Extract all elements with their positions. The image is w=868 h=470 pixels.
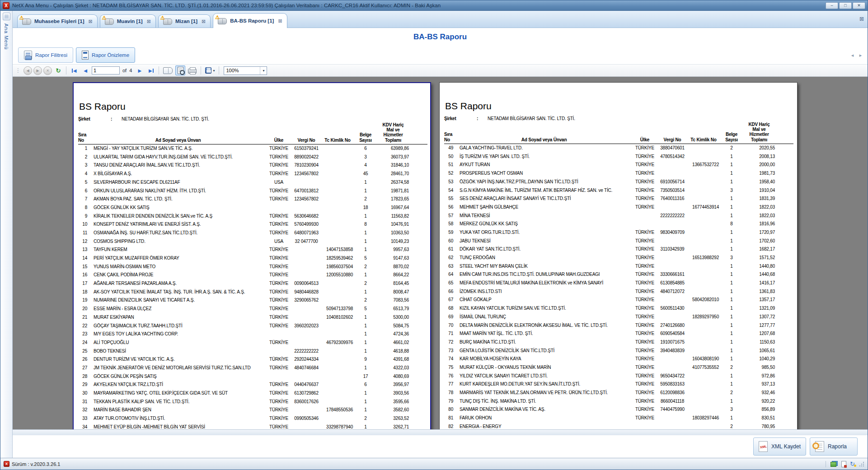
minimize-button[interactable]: – (826, 2, 838, 9)
column-header-no: Sıra No (444, 121, 456, 144)
page-number-input[interactable] (92, 66, 120, 74)
cell-tc (687, 228, 720, 237)
tab-close-icon[interactable]: ⊠ (147, 19, 151, 24)
document-status-icon[interactable] (841, 461, 846, 467)
table-row: 67CİHAT GÖKALPTÜRKİYE5804208201011357,17 (444, 296, 793, 304)
cell-name: MAYRAMARKETING YATÇ. OTEL EKİP.İÇECEK GI… (90, 389, 266, 397)
netx-logo-icon: X (3, 2, 9, 9)
cell-belge: 1 (720, 211, 743, 220)
toolbar-grip[interactable]: ⋮ (15, 67, 21, 74)
tab-close-icon[interactable]: ⊠ (89, 19, 93, 24)
cell-country: TÜRKİYE (632, 253, 657, 262)
cell-no: 57 (444, 211, 456, 220)
cell-sp (775, 329, 793, 338)
cell-total: 3263,52 (377, 414, 409, 423)
windows-cascade-icon[interactable] (830, 461, 838, 467)
cell-vergi (657, 237, 687, 245)
cell-tc (321, 212, 354, 220)
cell-belge: 1 (720, 304, 743, 312)
zoom-select[interactable]: 100% ▾ (224, 66, 267, 75)
raporla-button[interactable]: Raporla (810, 437, 858, 456)
cell-total: 1065,61 (743, 346, 775, 355)
cell-name: X BİLGİSAYAR A.Ş. (90, 169, 266, 178)
cell-country: TÜRKİYE (632, 161, 657, 169)
preview-document-icon (82, 51, 89, 60)
cell-country: TÜRKİYE (632, 245, 657, 254)
cell-name: BURÇ MAKİNA TİC.LTD.ŞTİ. (456, 338, 632, 346)
report-page-right[interactable]: BS Raporu Şirket : NETADAM BİLGİSAYAR SA… (439, 82, 798, 435)
last-page-button[interactable]: ▶ (146, 65, 156, 75)
stop-button[interactable]: ✕ (43, 66, 52, 75)
cell-total: 1440,68 (743, 270, 775, 279)
cell-country: TÜRKİYE (266, 279, 291, 288)
cell-tc (687, 177, 720, 186)
cell-vergi (291, 313, 321, 321)
cell-vergi: 1910071675 (657, 338, 687, 346)
print-button[interactable] (187, 65, 198, 75)
refresh-button[interactable]: ↻ (53, 65, 63, 75)
resize-grip[interactable] (859, 461, 864, 467)
scroll-left-button[interactable]: ◂ (849, 52, 856, 59)
cell-vergi (291, 178, 321, 186)
print-preview-button[interactable] (175, 65, 185, 75)
report-title: BS Raporu (79, 101, 426, 112)
report-page-left[interactable]: BS Raporu Şirket : NETADAM BİLGİSAYAR SA… (73, 82, 431, 435)
cell-total: 1150,63 (743, 338, 775, 346)
cell-belge: 2 (354, 414, 377, 423)
cell-name: YUNUS MARİN-OSMAN METO (90, 262, 266, 271)
tab-close-icon[interactable]: ⊠ (202, 19, 206, 24)
cell-vergi: 3110342939 (657, 245, 687, 254)
export-save-button[interactable]: ▾ (204, 65, 216, 75)
subtab-rapor-filitresi[interactable]: Rapor Filitresi (18, 47, 73, 63)
sync-gear-icon[interactable]: ↻ (850, 461, 855, 467)
cell-belge: 1 (720, 161, 743, 169)
status-tray: ↻ (826, 461, 864, 467)
back-button[interactable]: ◀ (23, 66, 32, 75)
cell-total: 985,50 (743, 363, 775, 372)
forward-button[interactable]: ▶ (33, 66, 42, 75)
cell-sp (775, 169, 793, 177)
tabstrip-close-icon[interactable]: ⊠ (859, 16, 864, 22)
tab-mizan[interactable]: ⚠ Mizan [1] ⊠ (158, 14, 211, 28)
cell-name: ORKUN ULUSLARARASI NAKLİYAT HİZM. İTH. L… (90, 186, 266, 195)
cell-tc (687, 262, 720, 270)
maximize-button[interactable]: □ (839, 2, 852, 9)
cell-vergi: 3330666161 (657, 270, 687, 279)
cell-no: 29 (78, 381, 90, 389)
cell-total: 1357,17 (743, 296, 775, 304)
prev-page-icon: ◀ (84, 68, 87, 73)
scroll-right-button[interactable]: ▸ (857, 52, 864, 59)
cell-name: MAAT MARİN YAT İŞL. TİC. LTD. ŞTİ. (456, 329, 632, 338)
next-page-button[interactable]: ▶ (135, 65, 145, 75)
cell-tc (321, 389, 354, 397)
cell-country: TÜRKİYE (632, 194, 657, 203)
column-header-total: KDV Hariç Mal ve Hizmetler Toplamı (377, 121, 409, 144)
tab-close-icon[interactable]: ⊠ (278, 18, 282, 24)
cell-name: MENGİ - YAY YATÇILIK TURİZM SAN.VE TİC. … (90, 144, 266, 153)
prev-page-button[interactable]: ◀ (80, 65, 90, 75)
subtab-rapor-onizleme[interactable]: Rapor Önizleme (76, 47, 135, 63)
page-layout-button[interactable] (162, 65, 174, 75)
xml-save-button[interactable]: XML XML Kaydet (753, 437, 806, 456)
cell-vergi (291, 271, 321, 279)
cell-name: TEKKAN PLASTİK KALIP SAN. VE TİC. LTD.ŞT… (90, 397, 266, 406)
tab-ba-bs-raporu[interactable]: ⚠ BA-BS Raporu [1] ⊠ (213, 13, 287, 28)
cell-no: 8 (78, 203, 90, 212)
cell-total: 932,46 (743, 388, 775, 397)
menu-grid-icon[interactable] (3, 13, 10, 20)
cell-name: TUNÇ ERDOĞAN (456, 253, 632, 262)
page-title: BA-BS Raporu (413, 33, 467, 42)
ana-menu-label[interactable]: Ana Menü (4, 23, 9, 50)
cell-vergi: 6090540584 (657, 329, 687, 338)
first-page-button[interactable]: ◀ (69, 65, 79, 75)
separator (201, 66, 201, 74)
tab-muhasebe-fisleri[interactable]: ⚠ Muhasebe Fişleri [1] ⊠ (17, 14, 98, 28)
close-button[interactable]: ✕ (853, 2, 865, 9)
column-header-vergi: Vergi No (291, 121, 321, 144)
cell-total: 1981,73 (743, 169, 775, 177)
cell-tc (321, 381, 354, 389)
tab-muavin[interactable]: ⚠ Muavin [1] ⊠ (100, 14, 156, 28)
table-header-row: Sıra No Ad Soyad veya Ünvan Ülke Vergi N… (78, 121, 427, 144)
horizontal-scrollbar[interactable] (13, 429, 868, 435)
cell-country: TÜRKİYE (266, 381, 291, 389)
